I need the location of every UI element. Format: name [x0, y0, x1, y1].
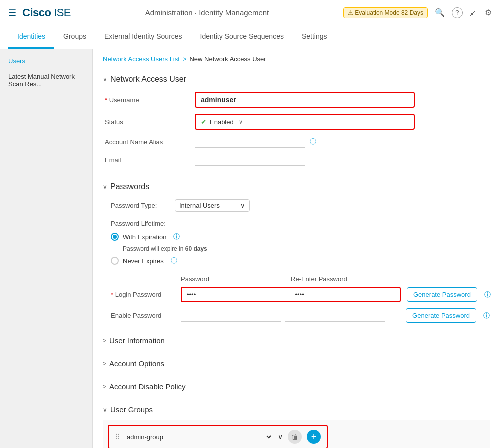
group-delete-button[interactable]: 🗑	[288, 430, 302, 444]
login-password-label: Login Password	[111, 291, 181, 298]
breadcrumb-current: New Network Access User	[189, 55, 266, 63]
section-toggle-network-user[interactable]: ∨	[103, 76, 107, 83]
search-icon[interactable]: 🔍	[435, 8, 445, 17]
radio-never-expires[interactable]: Never Expires ⓘ	[111, 256, 490, 265]
user-groups-label: User Groups	[110, 405, 153, 414]
nav-tabs: Identities Groups External Identity Sour…	[0, 25, 500, 49]
lifetime-label: Password Lifetime:	[111, 220, 490, 227]
section-toggle-passwords[interactable]: ∨	[103, 183, 107, 190]
status-value: Enabled	[210, 118, 234, 126]
radio-never-expires-circle	[111, 257, 119, 265]
layout: Users Latest Manual Network Scan Res... …	[0, 49, 500, 448]
with-expiration-info-icon[interactable]: ⓘ	[173, 232, 180, 241]
tab-identity-source-sequences[interactable]: Identity Source Sequences	[191, 25, 293, 49]
account-options-label: Account Options	[109, 359, 164, 368]
settings-icon[interactable]: ⚙	[485, 8, 492, 17]
group-add-button[interactable]: +	[307, 430, 321, 444]
username-field-wrapper: adminuser	[195, 92, 415, 108]
enable-password-label: Enable Password	[111, 312, 181, 319]
username-field-border: adminuser	[195, 92, 415, 108]
username-row: Username adminuser	[103, 92, 490, 108]
sidebar-item-network-scan[interactable]: Latest Manual Network Scan Res...	[0, 69, 92, 92]
password-lifetime-section: Password Lifetime: With Expiration ⓘ Pas…	[111, 220, 490, 265]
plus-icon: +	[311, 432, 317, 442]
generate-enable-password-button[interactable]: Generate Password	[406, 308, 476, 323]
section-network-access-user: ∨ Network Access User	[103, 71, 490, 84]
password-type-value: Internal Users	[179, 202, 220, 209]
enable-password-input[interactable]	[181, 310, 281, 322]
radio-with-expiration-circle	[111, 233, 119, 241]
password-type-row: Password Type: Internal Users ∨	[111, 199, 490, 212]
enable-password-info-icon[interactable]: ⓘ	[483, 311, 490, 320]
header-title: Administration · Identity Management	[145, 8, 269, 17]
enable-password-inputs	[181, 310, 400, 322]
account-disable-header[interactable]: > Account Disable Policy	[103, 382, 490, 391]
account-disable-label: Account Disable Policy	[109, 382, 186, 391]
user-information-toggle-icon: >	[103, 337, 106, 344]
group-chevron-icon: ∨	[278, 433, 283, 441]
radio-never-expires-label: Never Expires	[123, 257, 164, 265]
cisco-logo: Cisco ISE	[22, 6, 71, 19]
account-disable-section: > Account Disable Policy	[103, 375, 490, 398]
account-disable-toggle-icon: >	[103, 383, 106, 390]
tab-identities[interactable]: Identities	[8, 25, 54, 49]
status-chevron-icon: ∨	[239, 119, 243, 125]
breadcrumb-link[interactable]: Network Access Users List	[103, 55, 180, 63]
account-options-header[interactable]: > Account Options	[103, 359, 490, 368]
login-reenter-input[interactable]	[295, 291, 395, 298]
hamburger-icon[interactable]: ☰	[8, 7, 16, 18]
login-password-actions: Generate Password ⓘ	[407, 287, 491, 302]
eval-badge: ⚠ Evaluation Mode 82 Days	[343, 7, 428, 18]
section-title-network-user: Network Access User	[110, 75, 186, 84]
status-field-wrapper: ✔ Enabled ∨	[195, 114, 415, 130]
col-header-reenter: Re-Enter Password	[291, 275, 401, 283]
account-alias-field: ⓘ	[195, 136, 488, 148]
section-passwords: ∨ Passwords	[103, 178, 490, 191]
user-information-label: User Information	[109, 336, 165, 345]
enable-reenter-input[interactable]	[285, 310, 385, 322]
account-alias-input[interactable]	[195, 136, 305, 148]
tab-groups[interactable]: Groups	[54, 25, 95, 49]
email-input[interactable]	[195, 154, 305, 166]
trash-icon: 🗑	[291, 433, 298, 441]
status-checkbox-icon: ✔	[201, 118, 207, 126]
status-label: Status	[105, 118, 195, 126]
enable-password-actions: Generate Password ⓘ	[406, 308, 490, 323]
tab-external-identity-sources[interactable]: External Identity Sources	[95, 25, 191, 49]
help-icon[interactable]: ?	[452, 7, 463, 18]
group-row: ⠿ admin-group ∨ 🗑 +	[108, 425, 328, 448]
login-password-info-icon[interactable]: ⓘ	[484, 290, 491, 299]
radio-with-expiration[interactable]: With Expiration ⓘ	[111, 232, 490, 241]
user-groups-section: ∨ User Groups ⠿ admin-group ∨ 🗑 +	[103, 398, 490, 448]
never-expires-info-icon[interactable]: ⓘ	[171, 256, 177, 265]
status-dropdown[interactable]: ✔ Enabled ∨	[195, 114, 415, 130]
user-information-section: > User Information	[103, 329, 490, 352]
generate-login-password-button[interactable]: Generate Password	[407, 287, 477, 302]
account-options-toggle-icon: >	[103, 360, 106, 367]
group-select[interactable]: admin-group	[125, 433, 273, 441]
breadcrumb: Network Access Users List > New Network …	[103, 55, 490, 63]
login-password-inputs	[181, 287, 401, 302]
account-options-section: > Account Options	[103, 352, 490, 375]
user-information-header[interactable]: > User Information	[103, 336, 490, 345]
enable-password-row: Enable Password Generate Password ⓘ	[111, 308, 490, 323]
notifications-icon[interactable]: 🖉	[470, 8, 478, 17]
tab-settings[interactable]: Settings	[293, 25, 336, 49]
username-input[interactable]: adminuser	[201, 96, 409, 104]
sidebar: Users Latest Manual Network Scan Res...	[0, 49, 93, 448]
login-password-input[interactable]	[187, 291, 287, 298]
account-alias-label: Account Name Alias	[105, 138, 195, 146]
account-alias-info-icon[interactable]: ⓘ	[310, 138, 316, 145]
email-field	[195, 154, 488, 166]
sidebar-item-users[interactable]: Users	[0, 53, 92, 69]
user-groups-header[interactable]: ∨ User Groups	[103, 405, 490, 414]
password-type-label: Password Type:	[111, 202, 171, 209]
drag-handle-icon[interactable]: ⠿	[115, 433, 120, 441]
header-right: ⚠ Evaluation Mode 82 Days 🔍 ? 🖉 ⚙	[343, 7, 492, 18]
password-type-select[interactable]: Internal Users ∨	[175, 199, 250, 212]
header-left: ☰ Cisco ISE	[8, 6, 71, 19]
expiry-note: Password will expire in 60 days	[123, 245, 490, 252]
email-label: Email	[105, 156, 195, 164]
main-content: Network Access Users List > New Network …	[93, 49, 500, 448]
section-title-passwords: Passwords	[110, 182, 149, 191]
